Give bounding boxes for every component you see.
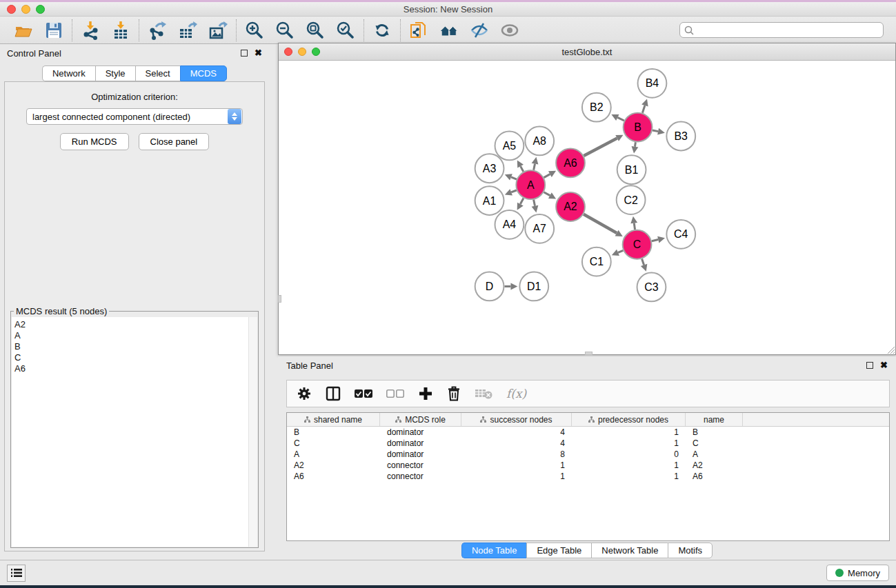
tab-node-table[interactable]: Node Table	[461, 543, 527, 558]
tab-select[interactable]: Select	[135, 65, 180, 81]
search-input[interactable]	[697, 26, 879, 35]
table-cell[interactable]: 4	[461, 427, 572, 437]
float-panel-icon[interactable]	[241, 50, 248, 57]
tab-motifs[interactable]: Motifs	[668, 543, 713, 558]
hide-panel-icon[interactable]	[470, 21, 489, 40]
float-table-panel-icon[interactable]	[866, 362, 873, 369]
table-row[interactable]: Cdominator41C	[287, 438, 889, 449]
graph-node-C1[interactable]: C1	[582, 247, 611, 276]
add-column-icon[interactable]	[418, 385, 433, 403]
graph-edge-A2-C[interactable]	[584, 214, 623, 236]
select-all-icon[interactable]	[355, 385, 372, 403]
graph-node-C3[interactable]: C3	[637, 273, 666, 302]
graph-edge-B-B3[interactable]	[653, 128, 665, 135]
graph-edge-C-C1[interactable]	[612, 250, 624, 256]
graph-edge-A-A6[interactable]	[544, 171, 556, 178]
graph-node-A3[interactable]: A3	[475, 154, 504, 183]
table-cell[interactable]: B	[287, 427, 380, 437]
tab-network-table[interactable]: Network Table	[591, 543, 668, 558]
table-cell[interactable]: 1	[572, 460, 686, 470]
graph-edge-A-A1[interactable]	[505, 189, 517, 195]
graph-edge-B-B1[interactable]	[632, 142, 639, 153]
table-cell[interactable]: A2	[686, 460, 743, 470]
delete-column-icon[interactable]	[447, 385, 461, 403]
export-image-icon[interactable]	[208, 21, 228, 40]
graph-node-C2[interactable]: C2	[617, 185, 646, 214]
graph-edge-B-B4[interactable]	[641, 99, 648, 113]
split-handle-bottom[interactable]	[585, 352, 593, 355]
zoom-in-icon[interactable]	[245, 21, 264, 40]
graph-edge-A-A4[interactable]	[517, 198, 524, 210]
mcds-result-item[interactable]: A6	[14, 363, 257, 374]
column-header-MCDS-role[interactable]: MCDS role	[380, 413, 461, 426]
graph-node-A7[interactable]: A7	[525, 214, 554, 243]
table-cell[interactable]: dominator	[380, 427, 461, 437]
table-row[interactable]: Adominator80A	[287, 449, 889, 460]
delete-table-icon[interactable]	[475, 385, 492, 403]
table-cell[interactable]: connector	[380, 460, 461, 470]
zoom-out-icon[interactable]	[275, 21, 295, 40]
graph-edge-C-C2[interactable]	[630, 216, 637, 230]
search-box[interactable]	[679, 22, 884, 38]
graph-node-B1[interactable]: B1	[617, 155, 646, 184]
column-header-predecessor-nodes[interactable]: predecessor nodes	[572, 413, 686, 426]
import-network-icon[interactable]	[81, 21, 100, 40]
close-panel-icon[interactable]: ✖	[255, 50, 262, 57]
column-header-successor-nodes[interactable]: successor nodes	[461, 413, 572, 426]
graph-node-D[interactable]: D	[475, 272, 504, 301]
graph-node-B2[interactable]: B2	[582, 93, 611, 122]
gear-icon[interactable]	[297, 385, 312, 403]
tab-network[interactable]: Network	[42, 65, 95, 81]
export-table-icon[interactable]	[178, 21, 197, 40]
graph-edge-A-A8[interactable]	[532, 157, 539, 170]
tab-edge-table[interactable]: Edge Table	[526, 543, 591, 558]
graph-edge-A-A2[interactable]	[544, 192, 556, 199]
show-eye-icon[interactable]	[500, 21, 519, 40]
table-cell[interactable]: 1	[572, 427, 686, 437]
column-header-name[interactable]: name	[686, 413, 743, 426]
network-window-titlebar[interactable]: testGlobe.txt	[279, 43, 895, 61]
memory-button[interactable]: Memory	[826, 565, 889, 581]
mcds-result-item[interactable]: A2	[14, 319, 257, 330]
graph-edge-A-A7[interactable]	[532, 200, 539, 213]
run-mcds-button[interactable]: Run MCDS	[60, 133, 129, 150]
table-cell[interactable]: B	[686, 427, 743, 437]
tab-mcds[interactable]: MCDS	[180, 65, 227, 81]
open-session-icon[interactable]	[14, 21, 33, 40]
mcds-result-item[interactable]: B	[14, 341, 257, 352]
table-row[interactable]: A2connector11A2	[287, 460, 889, 471]
tab-style[interactable]: Style	[95, 65, 135, 81]
graph-node-B4[interactable]: B4	[638, 69, 667, 98]
table-cell[interactable]: connector	[380, 472, 461, 481]
mcds-result-item[interactable]: C	[14, 352, 257, 363]
optimization-criterion-select[interactable]: largest connected component (directed)	[26, 108, 243, 125]
graph-node-C4[interactable]: C4	[666, 220, 695, 249]
network-canvas[interactable]: B4B2BB3A5A8A6A3B1AA1C2A2A4A7CC4C1C3DD1	[279, 61, 895, 354]
graph-edge-A6-B[interactable]	[584, 135, 623, 156]
table-cell[interactable]: A6	[287, 472, 380, 481]
table-cell[interactable]: A	[287, 449, 380, 459]
table-cell[interactable]: dominator	[380, 449, 461, 459]
graph-edge-A-A3[interactable]	[505, 174, 517, 180]
graph-node-D1[interactable]: D1	[519, 272, 548, 301]
resize-grip-icon[interactable]	[885, 344, 895, 354]
graph-edge-C-C3[interactable]	[641, 258, 647, 271]
task-history-button[interactable]	[7, 565, 26, 582]
import-table-icon[interactable]	[111, 21, 130, 40]
table-cell[interactable]: A6	[686, 472, 743, 481]
refresh-icon[interactable]	[372, 21, 392, 40]
graph-node-C[interactable]: C	[623, 230, 652, 259]
table-cell[interactable]: 1	[572, 438, 686, 448]
scrollbar-track[interactable]	[248, 317, 257, 547]
close-panel-button[interactable]: Close panel	[139, 133, 210, 150]
table-cell[interactable]: A	[686, 449, 743, 459]
table-cell[interactable]: C	[686, 438, 743, 448]
deselect-all-icon[interactable]	[386, 385, 404, 403]
table-cell[interactable]: 1	[572, 472, 686, 481]
graph-edge-D-D1[interactable]	[504, 283, 517, 290]
graph-node-A2[interactable]: A2	[556, 192, 585, 221]
graph-node-A6[interactable]: A6	[556, 148, 585, 177]
graph-node-A5[interactable]: A5	[495, 132, 524, 161]
table-cell[interactable]: 1	[461, 472, 572, 481]
table-cell[interactable]: 8	[461, 449, 572, 459]
